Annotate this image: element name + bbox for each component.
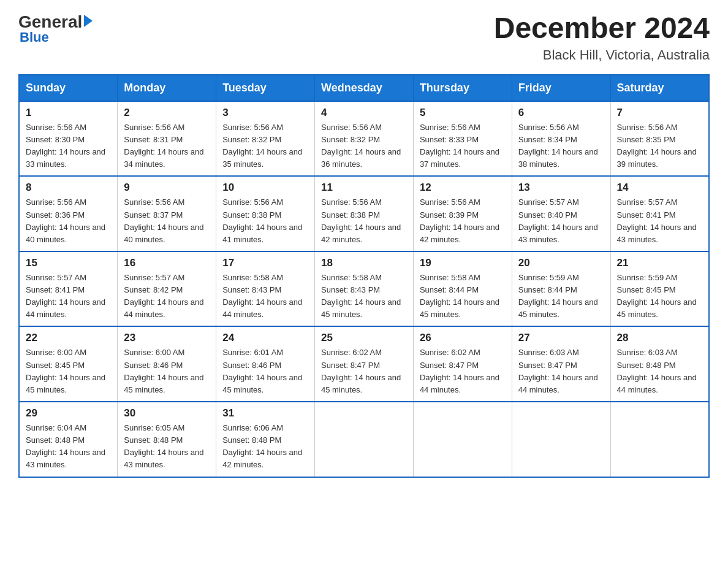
day-number: 6 — [518, 107, 604, 119]
calendar-cell — [512, 402, 610, 477]
calendar-cell: 1 Sunrise: 5:56 AM Sunset: 8:30 PM Dayli… — [19, 101, 118, 177]
calendar-cell: 8 Sunrise: 5:56 AM Sunset: 8:36 PM Dayli… — [19, 176, 118, 251]
day-number: 23 — [124, 332, 210, 344]
calendar-cell — [610, 402, 709, 477]
calendar-cell: 11 Sunrise: 5:56 AM Sunset: 8:38 PM Dayl… — [315, 176, 414, 251]
day-info: Sunrise: 6:00 AM Sunset: 8:45 PM Dayligh… — [26, 347, 111, 396]
day-number: 27 — [518, 332, 604, 344]
day-info: Sunrise: 6:04 AM Sunset: 8:48 PM Dayligh… — [26, 422, 111, 472]
col-sunday: Sunday — [19, 75, 118, 101]
calendar-cell — [315, 402, 414, 477]
day-number: 30 — [124, 407, 210, 419]
day-number: 21 — [617, 257, 702, 269]
calendar-week-row: 8 Sunrise: 5:56 AM Sunset: 8:36 PM Dayli… — [19, 176, 709, 251]
calendar-cell: 14 Sunrise: 5:57 AM Sunset: 8:41 PM Dayl… — [610, 176, 709, 251]
day-number: 16 — [124, 257, 210, 269]
col-saturday: Saturday — [610, 75, 709, 101]
day-number: 1 — [26, 107, 111, 119]
page-header: General Blue December 2024 Black Hill, V… — [18, 12, 710, 63]
calendar-cell: 26 Sunrise: 6:02 AM Sunset: 8:47 PM Dayl… — [413, 326, 512, 402]
day-info: Sunrise: 6:02 AM Sunset: 8:47 PM Dayligh… — [420, 347, 506, 396]
day-info: Sunrise: 5:57 AM Sunset: 8:41 PM Dayligh… — [26, 272, 111, 321]
day-number: 15 — [26, 257, 111, 269]
day-number: 26 — [420, 332, 506, 344]
day-number: 28 — [617, 332, 702, 344]
day-info: Sunrise: 6:01 AM Sunset: 8:46 PM Dayligh… — [222, 347, 308, 396]
day-number: 20 — [518, 257, 604, 269]
calendar-week-row: 29 Sunrise: 6:04 AM Sunset: 8:48 PM Dayl… — [19, 402, 709, 477]
month-title: December 2024 — [494, 12, 710, 45]
calendar-cell: 29 Sunrise: 6:04 AM Sunset: 8:48 PM Dayl… — [19, 402, 118, 477]
day-info: Sunrise: 5:56 AM Sunset: 8:32 PM Dayligh… — [222, 121, 308, 171]
day-info: Sunrise: 5:56 AM Sunset: 8:30 PM Dayligh… — [26, 121, 111, 171]
day-info: Sunrise: 5:57 AM Sunset: 8:41 PM Dayligh… — [617, 196, 702, 246]
calendar-week-row: 1 Sunrise: 5:56 AM Sunset: 8:30 PM Dayli… — [19, 101, 709, 177]
calendar-cell: 31 Sunrise: 6:06 AM Sunset: 8:48 PM Dayl… — [216, 402, 315, 477]
calendar-cell: 20 Sunrise: 5:59 AM Sunset: 8:44 PM Dayl… — [512, 251, 610, 327]
day-info: Sunrise: 5:56 AM Sunset: 8:38 PM Dayligh… — [222, 196, 308, 246]
calendar-cell: 17 Sunrise: 5:58 AM Sunset: 8:43 PM Dayl… — [216, 251, 315, 327]
day-info: Sunrise: 5:58 AM Sunset: 8:43 PM Dayligh… — [222, 272, 308, 321]
day-number: 13 — [518, 182, 604, 194]
day-number: 2 — [124, 107, 210, 119]
day-info: Sunrise: 6:03 AM Sunset: 8:48 PM Dayligh… — [617, 347, 702, 396]
day-number: 12 — [420, 182, 506, 194]
day-info: Sunrise: 5:56 AM Sunset: 8:33 PM Dayligh… — [420, 121, 506, 171]
day-info: Sunrise: 5:57 AM Sunset: 8:42 PM Dayligh… — [124, 272, 210, 321]
day-info: Sunrise: 5:59 AM Sunset: 8:45 PM Dayligh… — [617, 272, 702, 321]
day-info: Sunrise: 5:56 AM Sunset: 8:39 PM Dayligh… — [420, 196, 506, 246]
calendar-cell: 4 Sunrise: 5:56 AM Sunset: 8:32 PM Dayli… — [315, 101, 414, 177]
col-wednesday: Wednesday — [315, 75, 414, 101]
calendar-cell: 13 Sunrise: 5:57 AM Sunset: 8:40 PM Dayl… — [512, 176, 610, 251]
day-info: Sunrise: 6:05 AM Sunset: 8:48 PM Dayligh… — [124, 422, 210, 472]
title-block: December 2024 Black Hill, Victoria, Aust… — [494, 12, 710, 63]
day-info: Sunrise: 5:57 AM Sunset: 8:40 PM Dayligh… — [518, 196, 604, 246]
calendar-cell: 2 Sunrise: 5:56 AM Sunset: 8:31 PM Dayli… — [118, 101, 216, 177]
calendar-cell: 6 Sunrise: 5:56 AM Sunset: 8:34 PM Dayli… — [512, 101, 610, 177]
col-monday: Monday — [118, 75, 216, 101]
day-number: 24 — [222, 332, 308, 344]
calendar-week-row: 15 Sunrise: 5:57 AM Sunset: 8:41 PM Dayl… — [19, 251, 709, 327]
calendar-cell: 5 Sunrise: 5:56 AM Sunset: 8:33 PM Dayli… — [413, 101, 512, 177]
col-tuesday: Tuesday — [216, 75, 315, 101]
calendar-cell: 15 Sunrise: 5:57 AM Sunset: 8:41 PM Dayl… — [19, 251, 118, 327]
day-info: Sunrise: 5:56 AM Sunset: 8:32 PM Dayligh… — [321, 121, 407, 171]
day-number: 7 — [617, 107, 702, 119]
calendar-cell: 27 Sunrise: 6:03 AM Sunset: 8:47 PM Dayl… — [512, 326, 610, 402]
calendar-cell: 21 Sunrise: 5:59 AM Sunset: 8:45 PM Dayl… — [610, 251, 709, 327]
day-number: 22 — [26, 332, 111, 344]
day-number: 4 — [321, 107, 407, 119]
logo: General Blue — [18, 12, 93, 45]
col-thursday: Thursday — [413, 75, 512, 101]
calendar-cell: 3 Sunrise: 5:56 AM Sunset: 8:32 PM Dayli… — [216, 101, 315, 177]
day-number: 31 — [222, 407, 308, 419]
calendar-cell: 28 Sunrise: 6:03 AM Sunset: 8:48 PM Dayl… — [610, 326, 709, 402]
day-info: Sunrise: 6:00 AM Sunset: 8:46 PM Dayligh… — [124, 347, 210, 396]
day-info: Sunrise: 5:56 AM Sunset: 8:35 PM Dayligh… — [617, 121, 702, 171]
calendar-cell: 9 Sunrise: 5:56 AM Sunset: 8:37 PM Dayli… — [118, 176, 216, 251]
day-info: Sunrise: 6:02 AM Sunset: 8:47 PM Dayligh… — [321, 347, 407, 396]
calendar-header-row: Sunday Monday Tuesday Wednesday Thursday… — [19, 75, 709, 101]
day-number: 17 — [222, 257, 308, 269]
calendar-table: Sunday Monday Tuesday Wednesday Thursday… — [18, 74, 710, 478]
day-number: 18 — [321, 257, 407, 269]
calendar-cell: 24 Sunrise: 6:01 AM Sunset: 8:46 PM Dayl… — [216, 326, 315, 402]
logo-arrow-icon — [84, 15, 93, 27]
day-number: 8 — [26, 182, 111, 194]
day-number: 11 — [321, 182, 407, 194]
calendar-cell: 18 Sunrise: 5:58 AM Sunset: 8:43 PM Dayl… — [315, 251, 414, 327]
day-number: 5 — [420, 107, 506, 119]
day-info: Sunrise: 5:59 AM Sunset: 8:44 PM Dayligh… — [518, 272, 604, 321]
day-number: 10 — [222, 182, 308, 194]
calendar-cell: 19 Sunrise: 5:58 AM Sunset: 8:44 PM Dayl… — [413, 251, 512, 327]
day-number: 3 — [222, 107, 308, 119]
day-number: 14 — [617, 182, 702, 194]
day-info: Sunrise: 5:56 AM Sunset: 8:34 PM Dayligh… — [518, 121, 604, 171]
day-number: 29 — [26, 407, 111, 419]
day-info: Sunrise: 5:58 AM Sunset: 8:43 PM Dayligh… — [321, 272, 407, 321]
calendar-cell: 16 Sunrise: 5:57 AM Sunset: 8:42 PM Dayl… — [118, 251, 216, 327]
day-info: Sunrise: 5:56 AM Sunset: 8:38 PM Dayligh… — [321, 196, 407, 246]
day-number: 9 — [124, 182, 210, 194]
col-friday: Friday — [512, 75, 610, 101]
day-info: Sunrise: 5:56 AM Sunset: 8:31 PM Dayligh… — [124, 121, 210, 171]
